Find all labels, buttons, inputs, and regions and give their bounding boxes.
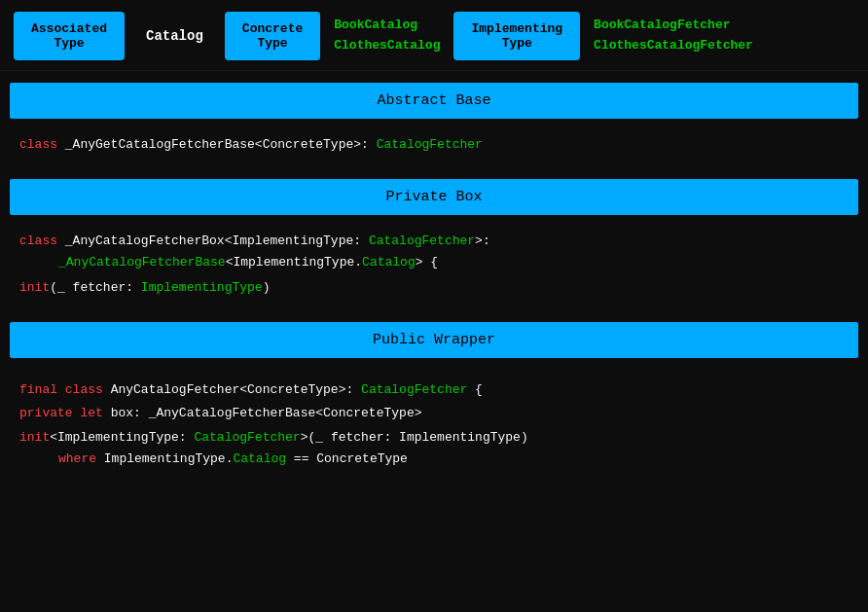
abstract-class-type: CatalogFetcher bbox=[377, 137, 483, 152]
public-where-text: ImplementingType. bbox=[96, 451, 233, 466]
public-wrapper-header: Public Wrapper bbox=[10, 322, 858, 358]
private-box-line2: _AnyCatalogFetcherBase<ImplementingType.… bbox=[19, 252, 849, 273]
concrete-type-label: Concrete Type bbox=[242, 21, 303, 51]
private-keyword: private let bbox=[19, 406, 103, 420]
private-box-line1: class _AnyCatalogFetcherBox<Implementing… bbox=[19, 231, 849, 252]
public-class-brace: { bbox=[467, 382, 483, 397]
public-wrapper-code: final class AnyCatalogFetcher<ConcreteTy… bbox=[0, 358, 868, 485]
abstract-base-header: Abstract Base bbox=[10, 83, 858, 119]
private-box-header: Private Box bbox=[10, 179, 858, 215]
green-items-2: BookCatalogFetcher ClothesCatalogFetcher bbox=[594, 16, 753, 56]
class-keyword-3: class bbox=[57, 382, 103, 397]
public-class-text: AnyCatalogFetcher<ConcreteType>: bbox=[103, 382, 361, 397]
private-box-brace: > { bbox=[416, 255, 438, 270]
public-class-type: CatalogFetcher bbox=[361, 382, 467, 397]
init-keyword-2: init bbox=[19, 430, 50, 445]
class-keyword-2: class bbox=[19, 234, 57, 248]
private-box-class-text: _AnyCatalogFetcherBox<ImplementingType: bbox=[57, 234, 369, 248]
final-keyword: final bbox=[19, 382, 57, 397]
private-box-init-text: (_ fetcher: bbox=[50, 280, 141, 295]
private-box-class-type: CatalogFetcher bbox=[369, 234, 475, 248]
clothes-catalog-label: ClothesCatalog bbox=[334, 36, 440, 56]
book-catalog-label: BookCatalog bbox=[334, 16, 440, 36]
private-box-init-end: ) bbox=[263, 280, 271, 295]
public-init-rest: >(_ fetcher: ImplementingType) bbox=[301, 430, 528, 445]
private-box-code: class _AnyCatalogFetcherBox<Implementing… bbox=[0, 215, 868, 314]
public-where-catalog: Catalog bbox=[233, 451, 286, 466]
abstract-base-section: Abstract Base class _AnyGetCatalogFetche… bbox=[0, 83, 868, 171]
green-items-1: BookCatalog ClothesCatalog bbox=[334, 16, 440, 56]
private-box-catalog: Catalog bbox=[362, 255, 416, 270]
implementing-type-label: Implementing Type bbox=[471, 21, 562, 51]
clothes-catalog-fetcher-label: ClothesCatalogFetcher bbox=[594, 36, 753, 56]
concrete-type-box: Concrete Type bbox=[225, 12, 320, 60]
private-box-colon: >: bbox=[475, 234, 490, 248]
private-box-generic: <ImplementingType. bbox=[226, 255, 362, 270]
public-init-type: CatalogFetcher bbox=[194, 430, 300, 445]
init-keyword-1: init bbox=[19, 280, 50, 295]
public-wrapper-line3: init<ImplementingType: CatalogFetcher>(_… bbox=[19, 427, 849, 449]
top-bar: Associated Type Catalog Concrete Type Bo… bbox=[0, 0, 868, 71]
where-keyword: where bbox=[58, 451, 96, 466]
abstract-base-code: class _AnyGetCatalogFetcherBase<Concrete… bbox=[0, 119, 868, 171]
class-keyword-1: class bbox=[19, 137, 57, 152]
public-wrapper-section: Public Wrapper final class AnyCatalogFet… bbox=[0, 322, 868, 485]
catalog-label: Catalog bbox=[138, 28, 211, 44]
public-wrapper-line2: private let box: _AnyCatalogFetcherBase<… bbox=[19, 403, 849, 424]
public-wrapper-line4: where ImplementingType.Catalog == Concre… bbox=[19, 449, 849, 470]
implementing-type-box: Implementing Type bbox=[453, 12, 580, 60]
private-box-init-type: ImplementingType bbox=[141, 280, 263, 295]
public-box-text: box: _AnyCatalogFetcherBase<ConcreteType… bbox=[103, 406, 422, 420]
associated-type-box: Associated Type bbox=[14, 12, 125, 60]
public-init-text: <ImplementingType: bbox=[50, 430, 194, 445]
associated-type-label: Associated Type bbox=[31, 21, 107, 51]
book-catalog-fetcher-label: BookCatalogFetcher bbox=[594, 16, 753, 36]
abstract-class-text: _AnyGetCatalogFetcherBase<ConcreteType>: bbox=[57, 137, 377, 152]
private-box-section: Private Box class _AnyCatalogFetcherBox<… bbox=[0, 179, 868, 314]
private-box-line3: init(_ fetcher: ImplementingType) bbox=[19, 277, 849, 299]
public-wrapper-line1: final class AnyCatalogFetcher<ConcreteTy… bbox=[19, 379, 849, 401]
private-box-base-type: _AnyCatalogFetcherBase bbox=[58, 255, 226, 270]
public-where-end: == ConcreteType bbox=[286, 451, 408, 466]
